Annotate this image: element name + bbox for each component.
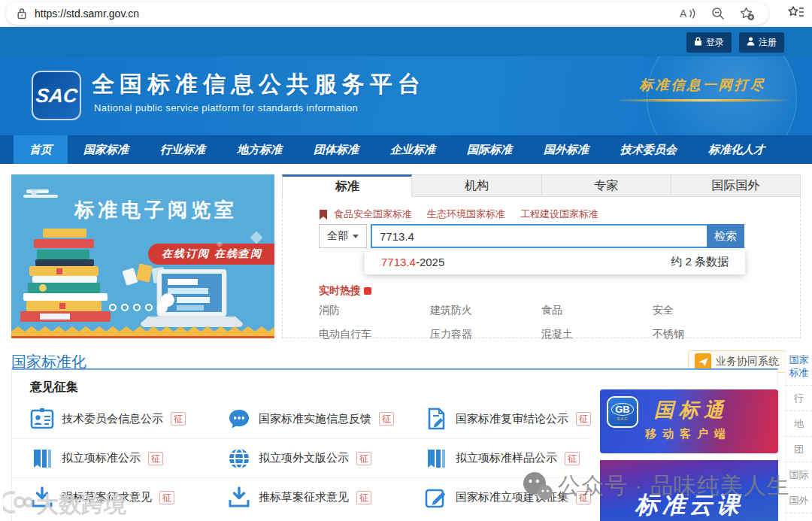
- add-favorite-icon[interactable]: [740, 7, 755, 21]
- search-input[interactable]: [371, 224, 707, 248]
- url-field[interactable]: https://std.samr.gov.cn A: [6, 2, 768, 25]
- carousel-dot[interactable]: [133, 304, 141, 311]
- side-tab-local[interactable]: 地: [786, 411, 812, 437]
- paper-plane-icon: [695, 353, 711, 370]
- login-button[interactable]: 登录: [686, 32, 732, 53]
- link-proposed-reference-samples[interactable]: 拟立项标准样品公示 征: [424, 447, 604, 471]
- solicit-badge: 征: [356, 491, 371, 504]
- carousel-dot[interactable]: [121, 304, 129, 311]
- promo-banners: GB SAC 国标通 移动客户端 标准云课: [600, 389, 778, 521]
- side-tab-strip: 国家标准 行 地 团 国际 国外: [785, 347, 812, 521]
- hot-word[interactable]: 消防: [319, 304, 430, 317]
- link-project-proposal-collection[interactable]: 国家标准立项建议征集 征: [424, 486, 604, 510]
- nav-item-local-standards[interactable]: 地方标准: [221, 135, 298, 164]
- bookshelf-icon: [23, 189, 58, 201]
- quick-link-food-safety[interactable]: 食品安全国家标准: [334, 207, 412, 221]
- solicit-badge: 征: [565, 452, 580, 465]
- link-label: 技术委员会信息公示: [62, 412, 163, 426]
- carousel-dot[interactable]: [145, 304, 153, 311]
- zoom-out-icon[interactable]: [711, 7, 725, 20]
- chevron-down-icon: [353, 235, 359, 238]
- hot-word[interactable]: 压力容器: [430, 328, 541, 341]
- nav-item-industry-standards[interactable]: 行业标准: [144, 135, 221, 164]
- suggestion-count: 约 2 条数据: [671, 255, 729, 269]
- gb-app-icon: GB SAC: [607, 396, 638, 428]
- hot-word[interactable]: 安全: [653, 304, 764, 317]
- sac-logo[interactable]: SAC: [32, 71, 81, 120]
- quick-link-engineering[interactable]: 工程建设国家标准: [520, 207, 598, 221]
- reading-room-banner[interactable]: 标准电子阅览室 在线订阅 在线查阅: [11, 174, 274, 338]
- link-foreign-language-versions[interactable]: 拟立项外文版公示 征: [227, 447, 424, 471]
- side-tab-industry[interactable]: 行: [786, 386, 812, 411]
- search-button[interactable]: 检索: [707, 224, 744, 248]
- hot-word[interactable]: 电动自行车: [319, 328, 430, 341]
- standard-cloud-course-banner[interactable]: 标准云课: [600, 460, 778, 521]
- browser-address-bar: https://std.samr.gov.cn A: [0, 0, 812, 27]
- hot-word[interactable]: 建筑防火: [430, 304, 541, 317]
- nav-item-foreign-standards[interactable]: 国外标准: [528, 135, 604, 164]
- link-mandatory-draft-comments[interactable]: 强标草案征求意见 征: [30, 486, 227, 510]
- link-proposed-standards[interactable]: 拟立项标准公示 征: [30, 447, 227, 471]
- read-aloud-icon[interactable]: A: [680, 7, 696, 20]
- scope-value: 全部: [327, 229, 348, 243]
- nav-item-national-standards[interactable]: 国家标准: [68, 135, 144, 164]
- hot-word[interactable]: 食品: [541, 304, 653, 317]
- link-label: 拟立项标准样品公示: [456, 451, 557, 465]
- link-recommended-draft-comments[interactable]: 推标草案征求意见 征: [227, 486, 424, 510]
- favorites-list-icon[interactable]: [788, 5, 804, 20]
- register-label: 注册: [759, 36, 777, 49]
- quick-link-eco-environment[interactable]: 生态环境国家标准: [427, 207, 505, 221]
- nav-item-international-standards[interactable]: 国际标准: [451, 135, 528, 164]
- scope-select[interactable]: 全部: [319, 224, 367, 248]
- nav-item-enterprise-standards[interactable]: 企业标准: [374, 135, 451, 164]
- tab-standards[interactable]: 标准: [282, 174, 412, 197]
- hot-search-label: 实时热搜: [319, 284, 371, 298]
- solicit-badge: 征: [171, 412, 186, 426]
- tab-international-foreign[interactable]: 国际国外: [671, 174, 801, 197]
- side-tab-group[interactable]: 团: [786, 437, 812, 462]
- nav-item-standardization-talent[interactable]: 标准化人才: [692, 135, 780, 164]
- side-tab-foreign[interactable]: 国外: [786, 488, 812, 513]
- solicit-badge: 征: [159, 491, 174, 504]
- quick-links: 食品安全国家标准 生态环境国家标准 工程建设国家标准: [319, 207, 598, 221]
- carousel-dots[interactable]: [109, 302, 168, 313]
- cloud-course-title: 标准云课: [600, 489, 778, 521]
- carousel-dot-active[interactable]: [157, 302, 168, 313]
- search-row: 全部 检索: [319, 224, 744, 248]
- collaboration-system-label: 业务协同系统: [716, 355, 779, 368]
- link-label: 推标草案征求意见: [259, 490, 349, 504]
- link-tc-info-disclosure[interactable]: 技术委员会信息公示 征: [30, 407, 227, 431]
- tab-institutions[interactable]: 机构: [412, 174, 541, 197]
- hot-word[interactable]: 混凝土: [541, 328, 653, 341]
- nav-item-technical-committees[interactable]: 技术委员会: [604, 135, 692, 164]
- register-button[interactable]: 注册: [739, 32, 784, 53]
- url-text[interactable]: https://std.samr.gov.cn: [35, 8, 680, 20]
- link-review-conclusion[interactable]: 国家标准复审结论公示 征: [424, 407, 604, 431]
- hot-word[interactable]: 不锈钢: [653, 328, 764, 341]
- side-tab-international[interactable]: 国际: [786, 462, 812, 488]
- download-icon: [227, 486, 251, 510]
- search-suggestion[interactable]: 7713.4-2025 约 2 条数据: [365, 250, 745, 274]
- nav-item-home[interactable]: 首页: [14, 135, 68, 164]
- laptop-illustration: [139, 269, 244, 331]
- slogan-underline: [614, 99, 791, 101]
- link-implementation-feedback[interactable]: 国家标准实施信息反馈 征: [227, 407, 424, 431]
- browser-window: https://std.samr.gov.cn A: [0, 0, 812, 521]
- id-card-icon: [30, 407, 54, 431]
- hot-icon: [364, 287, 371, 295]
- edit-square-icon: [424, 486, 448, 510]
- gb-app-title: 国标通: [654, 397, 729, 423]
- tab-experts[interactable]: 专家: [542, 174, 671, 197]
- site-security-icon[interactable]: [17, 8, 27, 20]
- gb-app-subtitle: 移动客户端: [645, 427, 732, 441]
- document-edit-icon: [424, 407, 448, 431]
- side-tab-national[interactable]: 国家标准: [786, 347, 812, 386]
- hot-search-words: 消防 建筑防火 食品 安全 电动自行车 压力容器 混凝土 不锈钢: [319, 304, 764, 341]
- site-title: 全国标准信息公共服务平台: [92, 69, 426, 100]
- link-label: 国家标准立项建议征集: [456, 490, 568, 504]
- site-header: SAC 全国标准信息公共服务平台 National public service…: [0, 56, 812, 135]
- deco-square: [250, 232, 263, 244]
- gb-app-banner[interactable]: GB SAC 国标通 移动客户端: [600, 389, 778, 453]
- nav-item-group-standards[interactable]: 团体标准: [298, 135, 374, 164]
- carousel-dot[interactable]: [109, 304, 117, 311]
